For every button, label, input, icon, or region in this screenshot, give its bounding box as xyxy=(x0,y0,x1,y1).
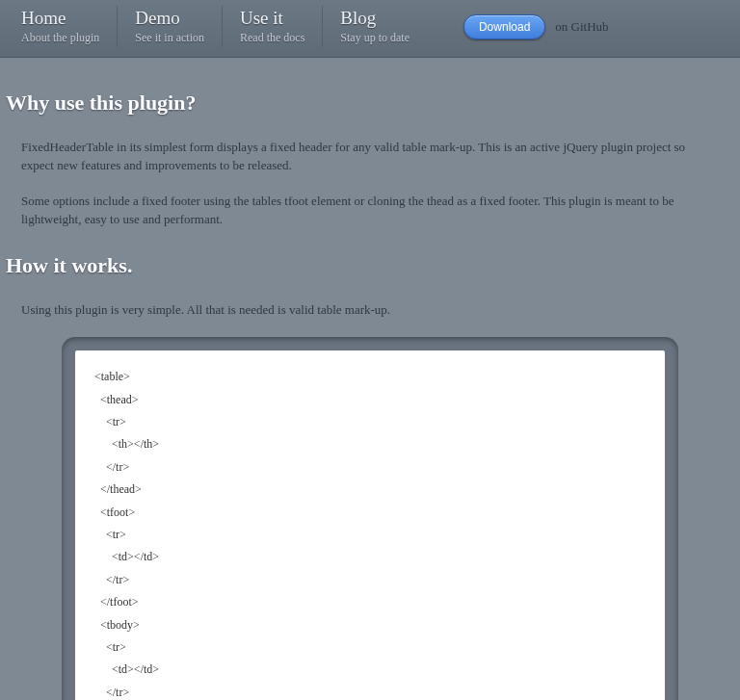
code-line: <thead> xyxy=(94,389,646,411)
nav-useit[interactable]: Use it Read the docs xyxy=(240,6,323,47)
top-nav: Home About the plugin Demo See it in act… xyxy=(0,0,740,58)
code-line: </tfoot> xyxy=(94,591,646,613)
nav-demo-title: Demo xyxy=(135,8,204,29)
nav-home[interactable]: Home About the plugin xyxy=(21,6,118,47)
nav-demo[interactable]: Demo See it in action xyxy=(135,6,223,47)
nav-blog-title: Blog xyxy=(340,8,410,29)
code-line: </thead> xyxy=(94,479,646,501)
why-paragraph-2: Some options include a fixed footer usin… xyxy=(21,193,719,229)
nav-home-sub: About the plugin xyxy=(21,31,99,45)
nav-blog-sub: Stay up to date xyxy=(340,31,410,45)
code-line: </tr> xyxy=(94,456,646,479)
download-button[interactable]: Download xyxy=(463,14,545,39)
code-line: </tr> xyxy=(94,682,646,700)
code-line: <td></td> xyxy=(94,546,646,568)
code-line: <tr> xyxy=(94,411,646,433)
code-line: <td></td> xyxy=(94,659,646,681)
how-paragraph-1: Using this plugin is very simple. All th… xyxy=(21,301,719,320)
nav-blog[interactable]: Blog Stay up to date xyxy=(340,6,427,47)
nav-demo-sub: See it in action xyxy=(135,31,204,45)
code-line: <tr> xyxy=(94,524,646,546)
code-line: <th></th> xyxy=(94,433,646,455)
code-line: <tbody> xyxy=(94,614,646,636)
code-block: <table> <thead> <tr> <th></th> </tr> </t… xyxy=(75,350,665,700)
nav-home-title: Home xyxy=(21,8,99,29)
download-wrap: Download on GitHub xyxy=(463,14,609,39)
heading-how: How it works. xyxy=(6,253,719,278)
heading-why: Why use this plugin? xyxy=(6,91,719,116)
nav-useit-sub: Read the docs xyxy=(240,31,304,45)
code-line: </tr> xyxy=(94,569,646,591)
code-line: <tfoot> xyxy=(94,502,646,524)
why-paragraph-1: FixedHeaderTable in its simplest form di… xyxy=(21,139,719,175)
nav-useit-title: Use it xyxy=(240,8,304,29)
github-label: on GitHub xyxy=(555,19,608,35)
code-frame: <table> <thead> <tr> <th></th> </tr> </t… xyxy=(62,337,678,700)
page-content: Why use this plugin? FixedHeaderTable in… xyxy=(0,58,740,700)
code-line: <table> xyxy=(94,366,646,388)
code-line: <tr> xyxy=(94,636,646,659)
